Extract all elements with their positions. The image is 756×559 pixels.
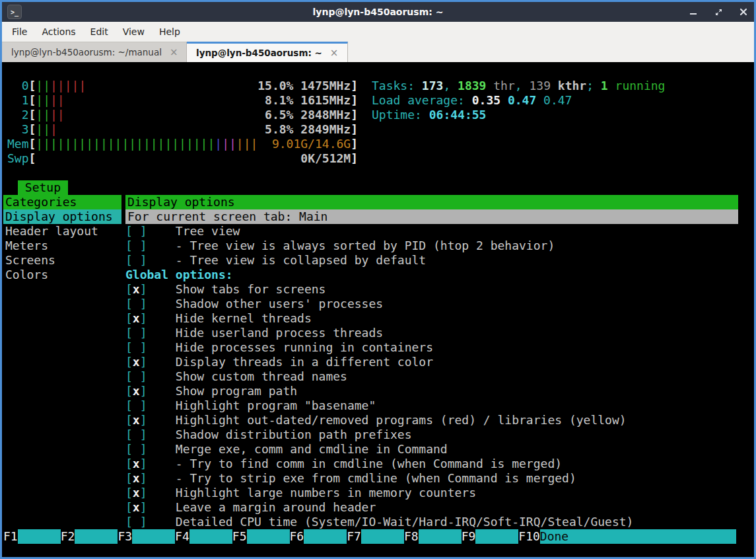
maximize-button[interactable] (713, 7, 724, 17)
category-item-display-options[interactable]: Display options (3, 209, 121, 224)
checkbox[interactable]: [x] (125, 355, 147, 369)
fkey-f2[interactable]: F2 (61, 529, 75, 544)
option-row[interactable]: [x]Display threads in a different color (125, 355, 738, 369)
fkey-f6[interactable]: F6 (290, 529, 304, 544)
fkey-f7[interactable]: F7 (347, 529, 361, 544)
menu-item-edit[interactable]: Edit (83, 24, 116, 39)
meter-bar-segment-red: || (50, 108, 65, 122)
checkbox[interactable]: [x] (125, 486, 147, 500)
menu-item-view[interactable]: View (116, 24, 152, 39)
global-options-label: Global options: (125, 268, 233, 281)
checkbox-close-bracket: ] (140, 297, 147, 311)
minimize-button[interactable] (688, 7, 699, 17)
menu-item-help[interactable]: Help (152, 24, 188, 39)
fkey-f9[interactable]: F9 (462, 529, 476, 544)
option-row[interactable]: [ ]Merge exe, comm and cmdline in Comman… (125, 442, 738, 457)
fkey-f4-label[interactable] (189, 529, 232, 544)
checkbox[interactable]: [ ] (125, 442, 147, 456)
category-item-colors[interactable]: Colors (3, 268, 121, 282)
htop-header-meters: 0[|||||||15.0% 1475MHz]1[||||8.1% 1615MH… (7, 79, 358, 166)
titlebar-left: >_ (7, 5, 100, 19)
checkbox[interactable]: [x] (125, 384, 147, 398)
checkbox-mark (133, 442, 140, 457)
setup-screen-tab[interactable]: Setup (18, 180, 68, 195)
fkey-f7-label[interactable] (361, 529, 404, 544)
option-row[interactable]: [ ]Highlight program "basename" (125, 398, 738, 413)
fkey-f3[interactable]: F3 (118, 529, 132, 544)
fkey-f2-label[interactable] (75, 529, 118, 544)
info-segment: 0.47 (508, 93, 543, 107)
meter-label: 3 (7, 122, 29, 137)
option-row[interactable]: [x]Leave a margin around header (125, 500, 738, 515)
checkbox[interactable]: [x] (125, 311, 147, 325)
fkey-f1[interactable]: F1 (3, 529, 18, 544)
tab-close-icon[interactable]: × (170, 46, 178, 58)
option-row[interactable]: [x]Highlight large numbers in memory cou… (125, 486, 738, 500)
fkey-f8-label[interactable] (419, 529, 462, 544)
terminal-tab-2[interactable]: lynp@lyn-b450aorusm: ~× (187, 42, 348, 62)
fkey-f6-label[interactable] (304, 529, 347, 544)
category-item-header-layout[interactable]: Header layout (3, 224, 121, 239)
checkbox[interactable]: [x] (125, 282, 147, 296)
menu-item-actions[interactable]: Actions (34, 24, 83, 39)
checkbox[interactable]: [ ] (125, 297, 147, 311)
option-label: Highlight program "basename" (176, 398, 376, 412)
option-row[interactable]: [x]Show tabs for screens (125, 282, 738, 297)
cpu2-meter-row: 2[||||6.5% 2848MHz] (7, 108, 358, 122)
checkbox[interactable]: [ ] (125, 369, 147, 383)
category-item-screens[interactable]: Screens (3, 253, 121, 268)
checkbox-mark: x (133, 282, 140, 297)
option-row[interactable]: [x]Highlight out-dated/removed programs … (125, 413, 738, 428)
option-row[interactable]: [ ]Tree view (125, 224, 738, 239)
fkey-f10-label[interactable]: Done (540, 529, 736, 544)
option-label: Tree view (176, 224, 240, 238)
checkbox[interactable]: [x] (125, 457, 147, 470)
tab-label: lynp@lyn-b450aorusm: ~/manual (11, 47, 162, 57)
option-row[interactable]: [ ]Show custom thread names (125, 369, 738, 384)
option-row[interactable]: [x]- Try to strip exe from cmdline (when… (125, 471, 738, 486)
terminal-tab-1[interactable]: lynp@lyn-b450aorusm: ~/manual× (2, 42, 187, 62)
tab-close-icon[interactable]: × (330, 47, 339, 59)
checkbox-mark: x (133, 311, 140, 326)
checkbox[interactable]: [ ] (125, 253, 147, 267)
display-options-panel: Display options For current screen tab: … (125, 195, 738, 529)
fkey-f10[interactable]: F10 (518, 529, 540, 544)
checkbox[interactable]: [ ] (125, 428, 147, 441)
option-row[interactable]: [ ]- Tree view is always sorted by PID (… (125, 239, 738, 253)
fkey-f9-label[interactable] (475, 529, 518, 544)
fkey-f3-label[interactable] (132, 529, 175, 544)
checkbox[interactable]: [ ] (125, 398, 147, 412)
checkbox[interactable]: [ ] (125, 224, 147, 238)
meter-value: 15.0% 1475MHz (258, 79, 351, 93)
menu-item-file[interactable]: File (5, 24, 34, 39)
fkey-f4[interactable]: F4 (175, 529, 189, 544)
fkey-f8[interactable]: F8 (404, 529, 419, 544)
checkbox[interactable]: [x] (125, 500, 147, 514)
fkey-f5-label[interactable] (247, 529, 290, 544)
checkbox[interactable]: [ ] (125, 239, 147, 252)
meter-bar-segment-green: ||||||||||||||||||||||||| (36, 137, 215, 151)
checkbox[interactable]: [ ] (125, 515, 147, 529)
checkbox[interactable]: [ ] (125, 340, 147, 354)
option-row[interactable]: [ ]Detailed CPU time (System/IO-Wait/Har… (125, 515, 738, 529)
option-row[interactable]: [ ]Hide userland process threads (125, 326, 738, 340)
option-label: Show tabs for screens (176, 282, 326, 296)
checkbox-close-bracket: ] (140, 369, 147, 383)
category-item-meters[interactable]: Meters (3, 239, 121, 253)
fkey-f1-label[interactable] (18, 529, 61, 544)
checkbox-close-bracket: ] (140, 224, 147, 238)
option-row[interactable]: [x]Show program path (125, 384, 738, 398)
info-segment: , (515, 79, 530, 93)
option-row[interactable]: [x]- Try to find comm in cmdline (when C… (125, 457, 738, 471)
fkey-f5[interactable]: F5 (232, 529, 247, 544)
close-button[interactable] (738, 7, 749, 17)
checkbox[interactable]: [ ] (125, 326, 147, 340)
checkbox-open-bracket: [ (125, 239, 133, 252)
option-row[interactable]: [ ]Shadow other users' processes (125, 297, 738, 311)
checkbox[interactable]: [x] (125, 413, 147, 427)
option-row[interactable]: [ ]Shadow distribution path prefixes (125, 428, 738, 442)
checkbox[interactable]: [x] (125, 471, 147, 485)
option-row[interactable]: [x]Hide kernel threads (125, 311, 738, 326)
option-row[interactable]: [ ]Hide processes running in containers (125, 340, 738, 355)
option-row[interactable]: [ ]- Tree view is collapsed by default (125, 253, 738, 268)
